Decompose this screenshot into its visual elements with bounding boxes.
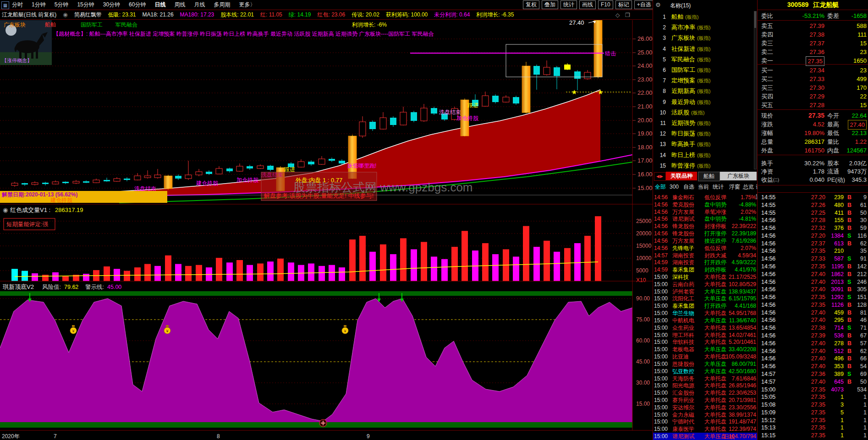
toolbar-button-F10[interactable]: F10 xyxy=(598,0,613,9)
stock-tag[interactable]: 利润增长: -6% xyxy=(352,21,387,29)
alert-row[interactable]: 15:00华兰生物大单托盘54.95/1768 xyxy=(653,310,758,317)
alert-row[interactable]: 14:59湖南投资打开跌停4.59/3222 xyxy=(653,259,758,266)
alert-row[interactable]: 15:00老板电器大单压盘33.40/2208 xyxy=(653,346,758,353)
alert-row[interactable]: 14:56万方发展接近跌停7.61/9286 xyxy=(653,237,758,244)
tick-row[interactable]: 14:5627.201384S116 xyxy=(758,232,868,240)
toolbar-button-叠加[interactable]: 叠加 xyxy=(542,0,558,9)
sector-list-item[interactable]: 9最近异动(板指) xyxy=(653,97,758,107)
sector-list-item[interactable]: 10活跃股(板指) xyxy=(653,108,758,118)
tick-row[interactable]: 15:1527.3511 xyxy=(758,432,868,440)
order-book-row[interactable]: 买四27.2922 xyxy=(758,92,868,101)
alert-row[interactable]: 15:00众生药业大单托盘13.65/4854 xyxy=(653,324,758,331)
tick-row[interactable]: 15:0027.354073534 xyxy=(758,386,868,394)
alert-row[interactable]: 15:00泸州老窖大单压盘138.93/437 xyxy=(653,288,758,295)
sector-list-item[interactable]: 2高市净率(板指) xyxy=(653,22,758,33)
tick-row[interactable]: 14:5627.351126B128 xyxy=(758,301,868,309)
tick-row[interactable]: 14:5627.351195B142 xyxy=(758,263,868,271)
sector-list-item[interactable]: 1船舶(板指) xyxy=(653,12,758,22)
tick-row[interactable]: 14:5627.40496B66 xyxy=(758,355,868,363)
alert-row[interactable]: 14:56爱克股份盘中弱势-4.88% xyxy=(653,201,758,208)
alert-row[interactable]: 15:00赛升药业大单托盘20.71/3981 xyxy=(653,397,758,404)
alert-row[interactable]: 14:56锋龙股份封涨停板22.39/222 xyxy=(653,223,758,230)
stock-tag[interactable]: 军民融合 xyxy=(115,21,137,29)
app-icon[interactable]: ▦ xyxy=(1,1,9,9)
alert-row[interactable]: 15:00恩捷股份大单压盘86.00/791 xyxy=(653,360,758,368)
menu-item-月线[interactable]: 月线 xyxy=(194,1,205,9)
alert-row[interactable]: 15:00弘亚数控大单压盘42.50/1680 xyxy=(653,368,758,375)
alert-row[interactable]: 14:56先锋电子低位反弹2.07% xyxy=(653,244,758,252)
sector-list-item[interactable]: 7定增预案(板指) xyxy=(653,76,758,86)
tick-row[interactable]: 15:1227.3511 xyxy=(758,417,868,424)
tick-row[interactable]: 14:5627.28155B30 xyxy=(758,217,868,224)
alert-row[interactable]: 15:00深科技大单托盘21.17/2525 xyxy=(653,273,758,281)
alert-row[interactable]: 15:00康泰医学大单托盘122.39/974 xyxy=(653,425,758,433)
toolbar-button-+自选[interactable]: +自选 xyxy=(634,0,654,9)
tick-row[interactable]: 14:5727.36389S69 xyxy=(758,370,868,378)
alert-row[interactable]: 15:00理工环科大单托盘14.02/7461 xyxy=(653,331,758,339)
alert-row[interactable]: 14:59泰禾集团封跌停板4.41/976 xyxy=(653,266,758,273)
order-book-row[interactable]: 买二27.33499 xyxy=(758,75,868,83)
filter-浮窗[interactable]: 浮窗 xyxy=(729,182,740,192)
tick-row[interactable]: 14:5627.32376B59 xyxy=(758,224,868,232)
menu-item-日线[interactable]: 日线 xyxy=(154,1,165,9)
sector-list-item[interactable]: 4社保新进(板指) xyxy=(653,44,758,54)
gear-icon[interactable]: ⚙ xyxy=(655,1,661,8)
filter-统计[interactable]: 统计 xyxy=(713,182,724,192)
order-book-row[interactable]: 卖三27.3715 xyxy=(758,39,868,48)
tick-row[interactable]: 14:5727.40645B50 xyxy=(758,378,868,386)
toolbar-button-复权[interactable]: 复权 xyxy=(523,0,539,9)
sector-list-item[interactable]: 5军民融合(板指) xyxy=(653,54,758,65)
bottom-indicator-chart[interactable]: 琪新顶底V2风险值:79.62警示线:45.00¥¥¥ xyxy=(0,283,632,428)
tick-row[interactable]: 15:0927.3551 xyxy=(758,409,868,417)
alert-row[interactable]: 14:57湖南投资封跌大减4.59/34 xyxy=(653,252,758,259)
alert-row[interactable]: 15:00安达维尔大单托盘23.30/2556 xyxy=(653,404,758,411)
menu-item-5分钟[interactable]: 5分钟 xyxy=(55,1,69,9)
tick-row[interactable]: 15:0527.3511 xyxy=(758,393,868,401)
filter-自选[interactable]: 自选 xyxy=(683,182,694,192)
order-book-row[interactable]: 卖二27.3623 xyxy=(758,48,868,56)
tick-row[interactable]: 14:5627.37613B62 xyxy=(758,240,868,248)
stock-tag[interactable]: 船舶 xyxy=(45,21,56,29)
tick-row[interactable]: 14:5627.402013S246 xyxy=(758,278,868,286)
stock-tag[interactable]: 广东板块 xyxy=(4,21,26,29)
tick-row[interactable]: 14:5627.40278B57 xyxy=(758,340,868,348)
tick-row[interactable]: 14:5627.403091B305 xyxy=(758,286,868,293)
tick-row[interactable]: 14:5527.26480B61 xyxy=(758,201,868,209)
menu-item-60分钟[interactable]: 60分钟 xyxy=(129,1,146,9)
sector-list-item[interactable]: 13昨高换手(板指) xyxy=(653,139,758,149)
menu-item-1分钟[interactable]: 1分钟 xyxy=(32,1,46,9)
order-book-row[interactable]: 卖五27.39588 xyxy=(758,22,868,30)
toolbar-button-标记[interactable]: 标记 xyxy=(615,0,632,9)
tick-row[interactable]: 14:5627.40295B46 xyxy=(758,316,868,324)
diamond-icon[interactable]: ◇ xyxy=(615,12,620,18)
tick-row[interactable]: 14:5627.3521035 xyxy=(758,247,868,255)
menu-item-分时[interactable]: 分时 xyxy=(12,1,23,9)
alert-row[interactable]: 14:56万方发展单笔冲涨2.02% xyxy=(653,208,758,216)
tick-row[interactable]: 14:5627.33587S91 xyxy=(758,255,868,263)
tick-row[interactable]: 14:5627.401862B212 xyxy=(758,271,868,278)
sector-list-item[interactable]: 15昨曾涨停(板指) xyxy=(653,161,758,171)
filter-全部[interactable]: 全部 xyxy=(655,182,666,192)
alert-row[interactable]: 15:00宁德时代大单托盘191.48/747 xyxy=(653,418,758,425)
sector-list-item[interactable]: 8近期新高(板指) xyxy=(653,86,758,96)
toolbar-button-画线[interactable]: 画线 xyxy=(579,0,596,9)
menu-item-15分钟[interactable]: 15分钟 xyxy=(77,1,94,9)
sector-scrollbar[interactable] xyxy=(754,11,757,169)
alert-row[interactable]: 15:00华软科技大单托盘5.20/10461 xyxy=(653,338,758,346)
sector-list-item[interactable]: 12昨日振荡(板指) xyxy=(653,129,758,139)
alert-row[interactable]: 14:56锋龙股份打开涨停22.39/189 xyxy=(653,230,758,237)
tab-scroll-arrows[interactable]: ◀▶ xyxy=(654,172,666,181)
tab-关联品种[interactable]: 关联品种 xyxy=(666,172,697,180)
alert-row[interactable]: 14:56谱尼测试盘中弱势-4.81% xyxy=(653,215,758,223)
filter-300[interactable]: 300 xyxy=(670,182,679,192)
alert-row[interactable]: 15:00汇金股份大单托盘22.30/6253 xyxy=(653,389,758,397)
tick-row[interactable]: 14:5627.351292S151 xyxy=(758,293,868,301)
volume-chart[interactable]: ◉红色成交量V1 :286317.19短期量能评定:强 xyxy=(0,206,632,281)
alert-row[interactable]: 15:00比亚迪大单托盘105.09/3248 xyxy=(653,353,758,360)
menu-item-周线[interactable]: 周线 xyxy=(174,1,185,9)
tick-row[interactable]: 15:0827.3531 xyxy=(758,401,868,409)
alert-row[interactable]: 14:56豫金刚石低位反弹1.75% xyxy=(653,194,758,201)
sector-list-item[interactable]: 14昨日上榜(板指) xyxy=(653,150,758,160)
alert-row[interactable]: 15:00阳光电源大单托盘26.85/1946 xyxy=(653,382,758,389)
menu-item-更多〉[interactable]: 更多〉 xyxy=(239,1,255,9)
